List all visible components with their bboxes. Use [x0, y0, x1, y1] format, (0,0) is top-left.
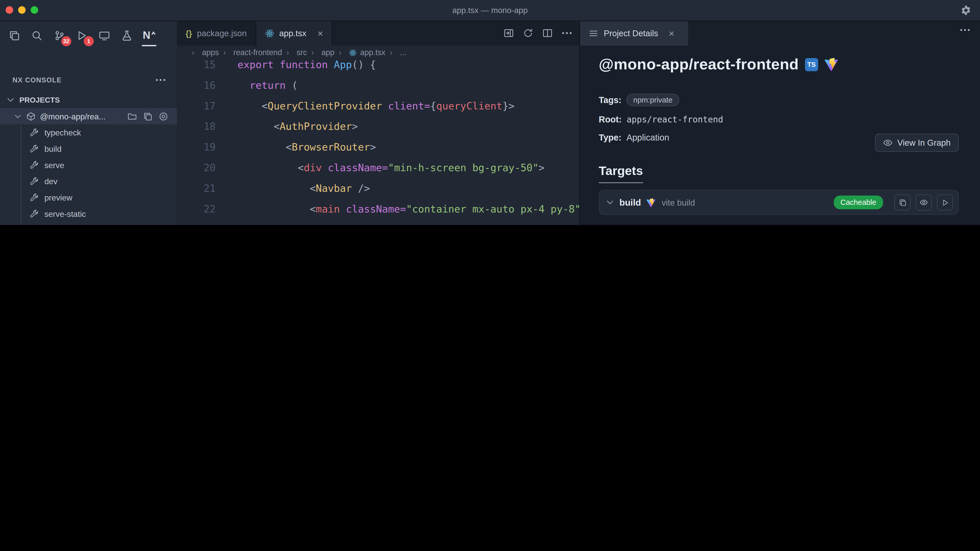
scm-badge: 32 — [61, 36, 71, 46]
sidebar-target-item[interactable]: preview — [0, 189, 177, 206]
sidebar-target-item[interactable]: typecheck — [0, 124, 177, 141]
code-line: 20 <div className="min-h-screen bg-gray-… — [177, 157, 579, 178]
line-number: 20 — [177, 157, 216, 178]
close-tab-icon[interactable]: × — [669, 28, 674, 38]
tree-section-projects[interactable]: PROJECTS — [0, 92, 177, 108]
remote-explorer-icon[interactable] — [96, 25, 112, 46]
code-text: <AuthProvider> — [238, 116, 358, 137]
debug-icon[interactable]: 1 — [74, 25, 89, 46]
chevron-down-icon[interactable] — [606, 198, 614, 206]
root-label: Root: — [599, 114, 622, 124]
json-file-icon: {} — [186, 28, 192, 38]
vite-icon — [646, 198, 655, 207]
tag-badge: npm:private — [627, 94, 679, 106]
explorer-icon[interactable] — [6, 25, 22, 46]
tab-label: package.json — [197, 28, 247, 38]
project-title: @mono-app/react-frontend — [599, 56, 799, 73]
type-label: Type: — [599, 132, 621, 142]
react-file-icon — [265, 28, 274, 38]
code-text: <Routes> — [238, 219, 370, 225]
code-text: <div className="min-h-screen bg-gray-50"… — [238, 157, 545, 178]
tab-label: app.tsx — [279, 28, 307, 38]
tree-item-project[interactable]: @mono-app/rea... — [0, 108, 177, 124]
line-number: 19 — [177, 137, 216, 157]
settings-gear-icon[interactable] — [961, 5, 971, 16]
tab-package-json[interactable]: {} package.json — [177, 21, 256, 46]
chevron-down-icon — [14, 112, 22, 121]
panel-tab-bar: Project Details × — [580, 21, 980, 46]
chevron-down-icon — [6, 96, 15, 104]
debug-badge: 1 — [84, 36, 94, 46]
tab-project-details[interactable]: Project Details × — [580, 21, 688, 46]
typescript-icon: TS — [805, 58, 818, 71]
target-icon[interactable] — [159, 111, 168, 121]
button-label: View In Graph — [897, 138, 951, 148]
project-targets-tree: typecheck build serve dev — [0, 124, 177, 225]
code-editor[interactable]: 15 export function App() { 16 return ( 1… — [177, 54, 579, 225]
folder-icon[interactable] — [127, 111, 137, 121]
root-value: apps/react-frontend — [627, 114, 723, 124]
project-name: @mono-app/rea... — [40, 111, 106, 121]
more-actions-icon[interactable] — [156, 79, 165, 81]
vite-icon — [824, 57, 838, 71]
copy-icon[interactable] — [143, 111, 153, 121]
type-value: Application — [627, 132, 670, 142]
sidebar-target-item[interactable]: dev — [0, 173, 177, 189]
project-title-row: @mono-app/react-frontend TS — [599, 54, 959, 74]
split-columns-icon[interactable] — [542, 28, 552, 38]
code-text: export function App() { — [238, 54, 376, 75]
code-line: 21 <Navbar /> — [177, 178, 579, 199]
projects-label: PROJECTS — [19, 96, 60, 104]
code-line: 22 <main className="container mx-auto px… — [177, 199, 579, 219]
wrench-icon — [30, 160, 39, 169]
project-details-body: @mono-app/react-frontend TS Tags: npm:p — [580, 46, 980, 225]
sidebar-target-item[interactable]: build-deps — [0, 222, 177, 225]
vscode-window: app.tsx — mono-app 32 1 — [0, 0, 980, 225]
target-name: build — [619, 197, 641, 207]
nx-console-icon[interactable]: N — [141, 25, 157, 46]
more-actions-icon[interactable] — [562, 32, 572, 35]
panel-title: NX CONSOLE — [13, 76, 62, 84]
sidebar-target-item[interactable]: serve-static — [0, 206, 177, 222]
code-text: return ( — [238, 75, 298, 96]
more-actions-icon[interactable] — [960, 29, 970, 32]
targets-heading: Targets — [599, 164, 643, 183]
line-number: 16 — [177, 75, 216, 96]
refresh-icon[interactable] — [523, 28, 533, 38]
code-text: <QueryClientProvider client={queryClient… — [238, 96, 514, 116]
project-details-panel: Project Details × @mono-app/react-fronte… — [579, 21, 980, 225]
target-card[interactable]: build vite build Cacheable — [599, 190, 959, 215]
sidebar-target-item[interactable]: build — [0, 141, 177, 157]
line-number: 21 — [177, 178, 216, 199]
target-label: preview — [45, 193, 73, 202]
code-line: 16 return ( — [177, 75, 579, 96]
split-editor-icon[interactable] — [504, 28, 514, 38]
target-label: serve — [45, 160, 64, 170]
wrench-icon — [30, 209, 39, 218]
source-control-icon[interactable]: 32 — [51, 25, 67, 46]
sidebar-panel-header: NX CONSOLE — [0, 73, 177, 87]
search-icon[interactable] — [29, 25, 45, 46]
target-label: typecheck — [45, 128, 81, 137]
code-line: 19 <BrowserRouter> — [177, 137, 579, 157]
line-number: 15 — [177, 54, 216, 75]
wrench-icon — [30, 193, 39, 202]
eye-icon — [883, 138, 892, 148]
target-label: serve-static — [45, 209, 86, 218]
tab-app-tsx[interactable]: app.tsx × — [256, 21, 332, 46]
view-task-button[interactable] — [916, 194, 932, 211]
run-task-button[interactable] — [937, 194, 953, 211]
view-in-graph-button[interactable]: View In Graph — [875, 134, 959, 152]
code-text: <BrowserRouter> — [238, 137, 376, 157]
title-bar: app.tsx — mono-app — [0, 0, 980, 21]
root-row: Root: apps/react-frontend — [599, 114, 959, 124]
copy-task-button[interactable] — [894, 194, 911, 211]
list-icon — [589, 28, 598, 38]
testing-flask-icon[interactable] — [119, 25, 134, 46]
close-tab-icon[interactable]: × — [318, 28, 323, 38]
code-text: <Navbar /> — [238, 178, 370, 199]
line-number: 22 — [177, 199, 216, 219]
code-line: 15 export function App() { — [177, 54, 579, 75]
sidebar-target-item[interactable]: serve — [0, 157, 177, 173]
code-text: <main className="container mx-auto px-4 … — [238, 199, 579, 219]
